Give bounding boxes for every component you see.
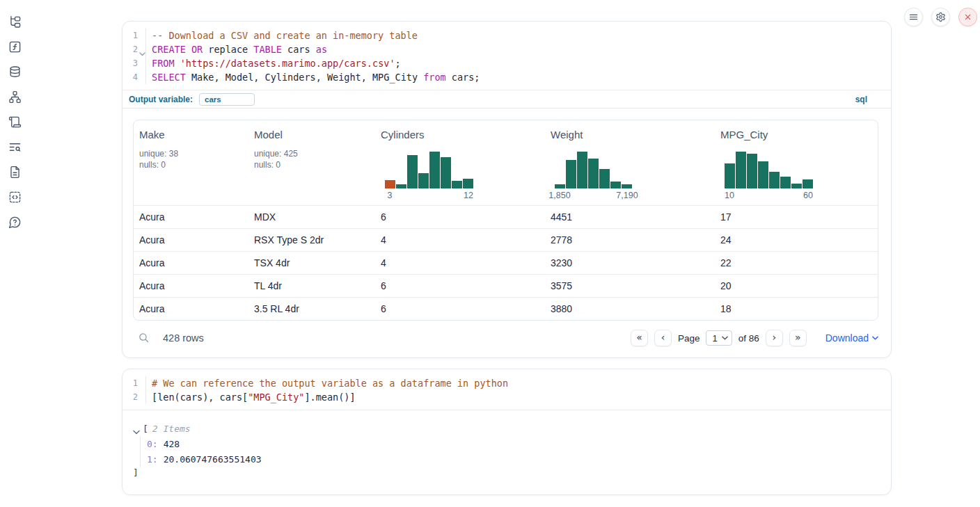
table-cell: Acura (134, 234, 248, 246)
table-cell: 17 (715, 211, 878, 223)
language-badge: sql (855, 95, 867, 104)
next-page-button[interactable]: › (766, 330, 783, 346)
sql-cell: 1-- Download a CSV and create an in-memo… (122, 21, 892, 358)
items-count: 2 Items (152, 424, 191, 434)
sidebar (0, 0, 29, 507)
column-name: Cylinders (381, 129, 539, 140)
table-cell: 20 (715, 280, 878, 291)
code-line[interactable]: 4SELECT Make, Model, Cylinders, Weight, … (122, 70, 891, 84)
fold-toggle-icon[interactable] (139, 47, 145, 52)
table-cell: MDX (248, 211, 375, 223)
functions-icon[interactable] (8, 40, 22, 54)
chevron-down-icon (722, 336, 728, 340)
item-index: 1: (147, 454, 158, 465)
axis-max-label: 7,190 (616, 191, 638, 200)
first-page-button[interactable]: « (631, 330, 648, 346)
list-item: 1:20.060747663551403 (147, 451, 891, 467)
column-name: Weight (551, 129, 709, 140)
page-select-value: 1 (712, 333, 717, 344)
table-cell: 3575 (545, 280, 715, 291)
table-cell: Acura (134, 257, 248, 268)
pagination: « ‹ Page 1 of 86 › » Download (631, 330, 878, 346)
histogram-bar (407, 155, 418, 188)
histogram-bar (599, 169, 610, 188)
collapse-toggle-icon[interactable] (133, 426, 140, 431)
top-right-controls (904, 8, 977, 26)
menu-button[interactable] (904, 8, 923, 26)
table-cell: TSX 4dr (248, 257, 375, 268)
item-value: 428 (164, 439, 180, 449)
table-cell: 6 (375, 280, 545, 291)
python-code-editor[interactable]: 1# We can reference the output variable … (122, 369, 891, 410)
last-page-button[interactable]: » (789, 330, 807, 346)
column-header-MPG_City[interactable]: MPG_City1060 (715, 120, 878, 205)
table-cell: RSX Type S 2dr (248, 234, 375, 246)
item-value: 20.060747663551403 (164, 454, 262, 465)
page-total-label: of 86 (738, 333, 759, 344)
table-row: AcuraMDX6445117 (134, 205, 878, 228)
table-cell: Acura (134, 303, 248, 314)
table-cell: 3230 (545, 257, 715, 268)
column-header-Make[interactable]: Makeunique: 38nulls: 0 (134, 120, 248, 205)
snippets-icon[interactable] (8, 190, 22, 204)
column-name: MPG_City (720, 129, 872, 140)
histogram-bar (780, 177, 791, 188)
page-select[interactable]: 1 (706, 330, 732, 346)
histogram-bar (791, 184, 802, 188)
table-cell: 4451 (545, 211, 715, 223)
line-number: 2 (122, 42, 146, 56)
table-cell: 22 (715, 257, 878, 268)
axis-min-label: 3 (388, 191, 393, 200)
column-header-Cylinders[interactable]: Cylinders312 (375, 120, 545, 205)
python-cell: 1# We can reference the output variable … (122, 369, 892, 495)
line-number: 4 (122, 70, 146, 84)
column-header-Weight[interactable]: Weight1,8507,190 (545, 120, 715, 205)
histogram-bar (566, 160, 576, 188)
code-line[interactable]: 3FROM 'https://datasets.marimo.app/cars.… (122, 56, 891, 70)
code-line[interactable]: 2[len(cars), cars["MPG_City"].mean()] (122, 390, 891, 404)
column-name: Make (139, 129, 243, 140)
line-number: 2 (122, 390, 146, 404)
search-icon[interactable] (138, 332, 150, 344)
column-header-Model[interactable]: Modelunique: 425nulls: 0 (248, 120, 375, 205)
dependency-graph-icon[interactable] (8, 90, 22, 104)
output-variable-input[interactable] (199, 93, 255, 106)
histogram-bar (725, 163, 735, 188)
histogram-bar (769, 172, 780, 188)
prev-page-button[interactable]: ‹ (654, 330, 672, 346)
code-line[interactable]: 1-- Download a CSV and create an in-memo… (122, 29, 891, 42)
histogram-bar (803, 179, 813, 188)
table-row: Acura3.5 RL 4dr6388018 (134, 297, 878, 320)
settings-button[interactable] (931, 8, 950, 26)
histogram-bar (396, 184, 406, 188)
table-row: AcuraRSX Type S 2dr4277824 (134, 228, 878, 251)
histogram-bar (429, 152, 440, 188)
histogram-bar (747, 154, 757, 188)
download-button[interactable]: Download (825, 332, 878, 344)
histogram-bar (385, 180, 395, 188)
table-footer: 428 rows « ‹ Page 1 of 86 › » Download (133, 328, 878, 348)
database-icon[interactable] (8, 65, 22, 79)
axis-min-label: 10 (725, 191, 734, 200)
table-cell: 6 (375, 211, 545, 223)
file-tree-icon[interactable] (8, 15, 22, 29)
axis-max-label: 60 (803, 191, 813, 200)
table-cell: 3880 (545, 303, 715, 314)
histogram-Cylinders: 312 (385, 152, 473, 201)
documentation-icon[interactable] (8, 165, 22, 179)
chevron-down-icon (872, 336, 878, 340)
histogram-bar (588, 159, 599, 188)
code-line[interactable]: 2CREATE OR replace TABLE cars as (122, 42, 891, 56)
code-line[interactable]: 1# We can reference the output variable … (122, 376, 891, 390)
histogram-bar (463, 179, 473, 188)
histogram-bar (452, 181, 462, 188)
histogram-bar (418, 173, 429, 188)
sql-code-editor[interactable]: 1-- Download a CSV and create an in-memo… (122, 22, 891, 90)
scratchpad-icon[interactable] (8, 115, 22, 129)
tree-root: [ 2 Items (133, 421, 891, 436)
logs-icon[interactable] (8, 140, 22, 154)
download-label: Download (825, 332, 869, 344)
shutdown-button[interactable] (958, 8, 977, 26)
table-cell: 4 (375, 234, 545, 246)
help-icon[interactable] (8, 215, 22, 229)
